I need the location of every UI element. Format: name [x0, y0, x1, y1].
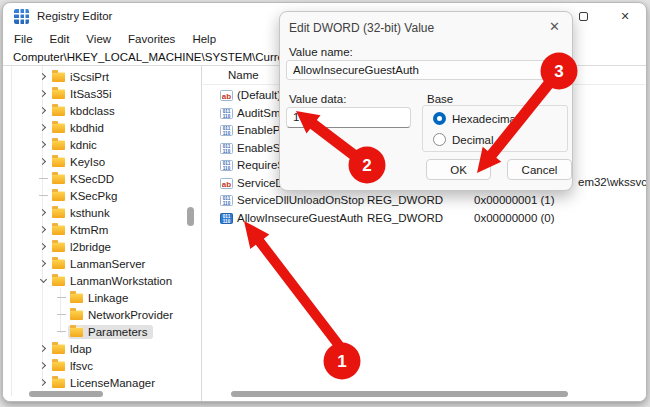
string-value-icon: ab [220, 89, 233, 102]
clipped-servicedll-data: em32\wkssvc.d [578, 176, 646, 188]
maximize-icon [579, 12, 588, 21]
chevron-right-icon[interactable] [36, 257, 50, 271]
dword-value-icon: 011110 [220, 159, 233, 172]
close-button[interactable]: ✕ [604, 3, 646, 29]
tree-item-linkage[interactable]: Linkage [3, 289, 201, 306]
menu-help[interactable]: Help [192, 33, 216, 45]
tree-item-lanmanserver[interactable]: LanmanServer [3, 255, 201, 272]
value-name-field[interactable]: AllowInsecureGuestAuth [286, 60, 568, 80]
folder-icon [70, 327, 83, 337]
svg-text:110: 110 [223, 131, 231, 136]
chevron-right-icon[interactable] [36, 155, 50, 169]
tree-item-parameters[interactable]: Parameters [3, 323, 201, 340]
chevron-right-icon[interactable] [36, 206, 50, 220]
chevron-down-icon[interactable] [36, 274, 50, 288]
tree-item-kbdclass[interactable]: kbdclass [3, 102, 201, 119]
folder-icon [52, 208, 65, 218]
dword-value-icon-selected: 011110 [220, 212, 233, 225]
tree-item-iscsiprt[interactable]: iScsiPrt [3, 68, 201, 85]
tree-item-ksecdd[interactable]: KSecDD [3, 170, 201, 187]
radio-hexadecimal[interactable]: Hexadecimal [433, 112, 518, 125]
tree-item-lfsvc[interactable]: lfsvc [3, 357, 201, 374]
list-horizontal-scrollbar-thumb[interactable] [231, 391, 568, 397]
column-header-name[interactable]: Name [228, 69, 259, 81]
tree-item-licensemanager[interactable]: LicenseManager [3, 374, 201, 391]
edit-dword-dialog: Edit DWORD (32-bit) Value ✕ Value name: … [279, 11, 573, 191]
chevron-right-icon[interactable] [36, 104, 50, 118]
chevron-right-icon[interactable] [36, 87, 50, 101]
folder-icon [52, 123, 65, 133]
value-data-input[interactable]: 1 [286, 107, 411, 128]
svg-text:ab: ab [222, 179, 231, 188]
folder-icon [52, 191, 65, 201]
dword-value-icon: 011110 [220, 107, 233, 120]
tree-item-kdnic[interactable]: kdnic [3, 136, 201, 153]
folder-icon [52, 174, 65, 184]
tree-item-ksthunk[interactable]: ksthunk [3, 204, 201, 221]
tree-item-itsas35i[interactable]: ItSas35i [3, 85, 201, 102]
chevron-right-icon[interactable] [36, 70, 50, 84]
menu-view[interactable]: View [86, 33, 111, 45]
radio-checked-icon [433, 112, 446, 125]
registry-tree-panel: iScsiPrt ItSas35i kbdclass kbdhid kdnic … [3, 66, 202, 401]
folder-icon [52, 89, 65, 99]
folder-icon [52, 344, 65, 354]
folder-icon [52, 276, 65, 286]
dword-value-icon: 011110 [220, 124, 233, 137]
svg-text:ab: ab [222, 92, 231, 101]
svg-text:110: 110 [223, 148, 231, 153]
chevron-right-icon[interactable] [36, 240, 50, 254]
chevron-right-icon[interactable] [36, 223, 50, 237]
dword-value-icon: 011110 [220, 142, 233, 155]
registry-path: Computer\HKEY_LOCAL_MACHINE\SYSTEM\Curre… [13, 51, 318, 63]
chevron-right-icon[interactable] [36, 342, 50, 356]
value-row-allowinsecureguestauth[interactable]: 011110 AllowInsecureGuestAuth REG_DWORD … [203, 210, 646, 228]
svg-text:110: 110 [223, 218, 231, 223]
tree-horizontal-scrollbar-thumb[interactable] [29, 391, 103, 397]
dialog-title: Edit DWORD (32-bit) Value [289, 21, 434, 35]
dword-value-icon: 011110 [220, 194, 233, 207]
tree-item-ldap[interactable]: ldap [3, 340, 201, 357]
tree-dash-connector [54, 291, 68, 305]
chevron-right-icon[interactable] [36, 138, 50, 152]
chevron-right-icon[interactable] [36, 121, 50, 135]
tree-item-networkprovider[interactable]: NetworkProvider [3, 306, 201, 323]
folder-icon [52, 157, 65, 167]
radio-decimal[interactable]: Decimal [433, 133, 494, 146]
tree-item-ktmrm[interactable]: KtmRm [3, 221, 201, 238]
close-icon: ✕ [549, 19, 560, 34]
chevron-right-icon[interactable] [36, 376, 50, 390]
svg-text:110: 110 [223, 166, 231, 171]
window-title: Registry Editor [37, 10, 112, 22]
radio-unchecked-icon [433, 133, 446, 146]
tree-dash-connector [54, 308, 68, 322]
base-groupbox: Hexadecimal Decimal [422, 105, 568, 152]
cancel-button[interactable]: Cancel [507, 159, 572, 180]
screenshot: Registry Editor ✕ File Edit View Favorit… [0, 0, 650, 407]
menu-favorites[interactable]: Favorites [128, 33, 175, 45]
close-icon: ✕ [620, 10, 629, 23]
tree-item-ksecpkg[interactable]: KSecPkg [3, 187, 201, 204]
tree-dash-connector [36, 189, 50, 203]
folder-icon [52, 225, 65, 235]
tree-vertical-scrollbar-thumb[interactable] [187, 207, 194, 226]
tree-dash-connector [36, 172, 50, 186]
tree-item-keyiso[interactable]: KeyIso [3, 153, 201, 170]
menu-file[interactable]: File [14, 33, 33, 45]
folder-icon [52, 106, 65, 116]
folder-icon [52, 140, 65, 150]
menu-edit[interactable]: Edit [50, 33, 70, 45]
base-group-label: Base [427, 93, 453, 105]
svg-text:110: 110 [223, 201, 231, 206]
chevron-right-icon[interactable] [36, 359, 50, 373]
tree-item-kbdhid[interactable]: kbdhid [3, 119, 201, 136]
folder-icon [52, 378, 65, 388]
folder-icon [52, 361, 65, 371]
tree-item-l2bridge[interactable]: l2bridge [3, 238, 201, 255]
ok-button[interactable]: OK [426, 159, 491, 180]
value-data-label: Value data: [289, 93, 346, 105]
string-value-icon: ab [220, 177, 233, 190]
dialog-close-button[interactable]: ✕ [549, 19, 560, 34]
value-row[interactable]: 011110 ServiceDllUnloadOnStop REG_DWORD … [203, 192, 646, 210]
tree-item-lanmanworkstation[interactable]: LanmanWorkstation [3, 272, 201, 289]
